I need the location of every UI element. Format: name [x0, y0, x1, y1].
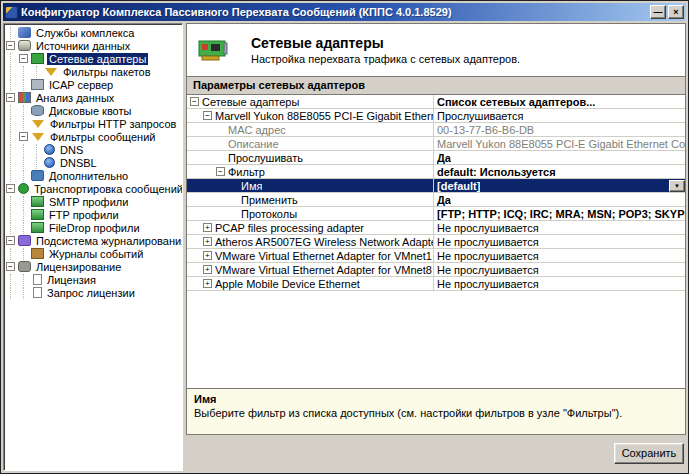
property-grid: −Сетевые адаптерыСписок сетевых адаптеро…	[187, 95, 685, 388]
grid-row-network-adapters[interactable]: −Сетевые адаптерыСписок сетевых адаптеро…	[187, 95, 685, 109]
property-name: Имя	[241, 180, 262, 192]
expand-toggle-icon[interactable]: +	[203, 279, 212, 288]
tree-item-label: Анализ данных	[34, 92, 116, 104]
tree-item-licensing[interactable]: −Лицензирование	[5, 260, 182, 273]
collapse-toggle-icon[interactable]: −	[19, 54, 28, 63]
journal-icon	[31, 248, 44, 259]
property-value: 00-13-77-B6-B6-DB	[437, 124, 534, 136]
misc-icon	[31, 170, 44, 181]
tree-item-icap-server[interactable]: ICAP сервер	[5, 78, 182, 91]
collapse-toggle-icon[interactable]: −	[6, 93, 15, 102]
grid-row-filter-apply[interactable]: ПрименитьДа	[187, 193, 685, 207]
tree-item-services[interactable]: Службы комплекса	[5, 26, 182, 39]
grid-row-filter-protocols[interactable]: Протоколы[FTP; HTTP; ICQ; IRC; MRA; MSN;…	[187, 207, 685, 221]
property-name: Сетевые адаптеры	[202, 96, 299, 108]
property-value-cell: Не прослушивается	[434, 249, 685, 262]
expand-toggle-icon[interactable]: +	[203, 237, 212, 246]
property-name: Описание	[228, 138, 279, 150]
mail-profile-icon	[31, 222, 44, 233]
tree-item-smtp-profiles[interactable]: SMTP профили	[5, 195, 182, 208]
collapse-toggle-icon[interactable]: −	[6, 41, 15, 50]
globe-icon	[44, 144, 55, 155]
tree-item-data-sources[interactable]: −Источники данных	[5, 39, 182, 52]
tree-item-disk-quotas[interactable]: Дисковые квоты	[5, 104, 182, 117]
property-name-cell: Имя	[187, 179, 434, 192]
tree-item-label: Фильтры сообщений	[48, 131, 157, 143]
tree-item-data-analysis[interactable]: −Анализ данных	[5, 91, 182, 104]
journal-pen-icon	[18, 235, 31, 246]
collapse-toggle-icon[interactable]: −	[6, 236, 15, 245]
window-title: Конфигуратор Комплекса Пассивного Перехв…	[21, 6, 648, 18]
filter-dropdown-button[interactable]: ▼	[669, 180, 685, 192]
tree-item-label: Источники данных	[34, 40, 132, 52]
grid-row-apple-adapter[interactable]: +Apple Mobile Device EthernetНе прослуши…	[187, 277, 685, 291]
tree-item-label: FileDrop профили	[47, 222, 142, 234]
analysis-icon	[18, 92, 31, 103]
grid-row-listen[interactable]: ПрослушиватьДа	[187, 151, 685, 165]
tree-item-dnsbl[interactable]: DNSBL	[5, 156, 182, 169]
tree-item-ftp-profiles[interactable]: FTP профили	[5, 208, 182, 221]
title-bar[interactable]: Конфигуратор Комплекса Пассивного Перехв…	[3, 3, 686, 21]
property-value-cell: Не прослушивается	[434, 263, 685, 276]
property-name: VMware Virtual Ethernet Adapter for VMne…	[215, 264, 432, 276]
collapse-toggle-icon[interactable]: −	[19, 132, 28, 141]
collapse-toggle-icon[interactable]: −	[190, 97, 199, 106]
transport-icon	[18, 183, 29, 194]
document-icon	[33, 274, 42, 285]
tree-item-label: DNSBL	[58, 157, 99, 169]
grid-row-vmnet8-adapter[interactable]: +VMware Virtual Ethernet Adapter for VMn…	[187, 263, 685, 277]
tree-item-label: Дисковые квоты	[47, 105, 133, 117]
expand-toggle-icon[interactable]: +	[203, 223, 212, 232]
tree-item-dns[interactable]: DNS	[5, 143, 182, 156]
grid-row-marvell-adapter[interactable]: −Marvell Yukon 88E8055 PCI-E Gigabit Eth…	[187, 109, 685, 123]
property-value-cell: default: Используется	[434, 165, 685, 178]
grid-row-filter[interactable]: −Фильтрdefault: Используется	[187, 165, 685, 179]
grid-row-pcap-adapter[interactable]: +PCAP files processing adapterНе прослуш…	[187, 221, 685, 235]
tree-item-license-request[interactable]: Запрос лицензии	[5, 286, 182, 299]
tree-item-network-adapters[interactable]: −Сетевые адаптеры	[5, 52, 182, 65]
grid-row-description[interactable]: ОписаниеMarvell Yukon 88E8055 PCI-E Giga…	[187, 137, 685, 151]
tree-item-message-transport[interactable]: −Транспортировка сообщений	[5, 182, 182, 195]
tree-item-label: Дополнительно	[47, 170, 130, 182]
collapse-toggle-icon[interactable]: −	[203, 111, 212, 120]
property-name: Apple Mobile Device Ethernet	[215, 278, 360, 290]
tree-item-additional[interactable]: Дополнительно	[5, 169, 182, 182]
property-value: [FTP; HTTP; ICQ; IRC; MRA; MSN; POP3; SK…	[437, 208, 685, 220]
property-value: Прослушивается	[437, 110, 524, 122]
collapse-toggle-icon[interactable]: −	[6, 184, 15, 193]
tree-item-packet-filters[interactable]: Фильтры пакетов	[5, 65, 182, 78]
grid-row-vmnet1-adapter[interactable]: +VMware Virtual Ethernet Adapter for VMn…	[187, 249, 685, 263]
property-value-cell: Да	[434, 151, 685, 164]
property-name: PCAP files processing adapter	[215, 222, 364, 234]
navigation-tree: Службы комплекса−Источники данных−Сетевы…	[3, 23, 183, 471]
tree-item-license[interactable]: Лицензия	[5, 273, 182, 286]
tree-item-logging-subsystem[interactable]: −Подсистема журналирования	[5, 234, 182, 247]
globe-icon	[44, 157, 55, 168]
collapse-toggle-icon[interactable]: −	[6, 262, 15, 271]
tree-item-message-filters[interactable]: −Фильтры сообщений	[5, 130, 182, 143]
property-value: Не прослушивается	[437, 222, 539, 234]
collapse-toggle-icon[interactable]: −	[216, 167, 225, 176]
minimize-icon: —	[654, 7, 663, 17]
close-button[interactable]: ×	[668, 5, 684, 19]
tree-item-event-logs[interactable]: Журналы событий	[5, 247, 182, 260]
property-value: Marvell Yukon 88E8055 PCI-E Gigabit Ethe…	[437, 138, 685, 150]
grid-row-mac-address[interactable]: MAC адрес00-13-77-B6-B6-DB	[187, 123, 685, 137]
expand-toggle-icon[interactable]: +	[203, 265, 212, 274]
tree-item-label: ICAP сервер	[47, 79, 115, 91]
grid-row-atheros-adapter[interactable]: +Atheros AR5007EG Wireless Network Adapt…	[187, 235, 685, 249]
help-text: Выберите фильтр из списка доступных (см.…	[194, 407, 678, 419]
save-button[interactable]: Сохранить	[614, 443, 684, 464]
expand-toggle-icon[interactable]: +	[203, 251, 212, 260]
property-value: Да	[437, 152, 451, 164]
chevron-down-icon: ▼	[674, 183, 680, 189]
property-value-cell: Не прослушивается	[434, 235, 685, 248]
grid-row-filter-name[interactable]: Имя[default]▼	[187, 179, 685, 193]
minimize-button[interactable]: —	[650, 5, 666, 19]
property-value: Не прослушивается	[437, 278, 539, 290]
tree-item-http-request-filters[interactable]: Фильтры HTTP запросов	[5, 117, 182, 130]
app-window: Конфигуратор Комплекса Пассивного Перехв…	[0, 0, 689, 474]
tree-item-label: Фильтры пакетов	[61, 66, 153, 78]
adapter-icon	[31, 53, 44, 64]
tree-item-filedrop-profiles[interactable]: FileDrop профили	[5, 221, 182, 234]
